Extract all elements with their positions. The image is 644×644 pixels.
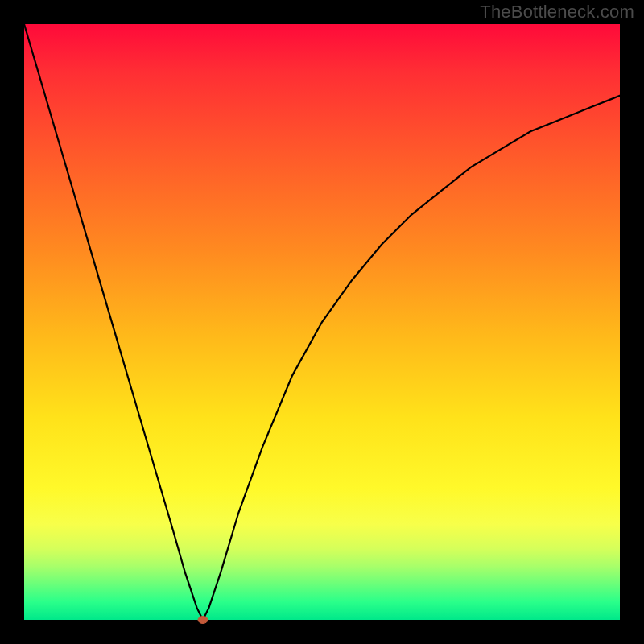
- plot-area: [24, 24, 620, 620]
- watermark-text: TheBottleneck.com: [480, 2, 634, 23]
- vertex-dot-icon: [198, 617, 208, 624]
- bottleneck-curve: [24, 24, 620, 620]
- chart-container: TheBottleneck.com: [0, 0, 644, 644]
- curve-svg: [24, 24, 620, 620]
